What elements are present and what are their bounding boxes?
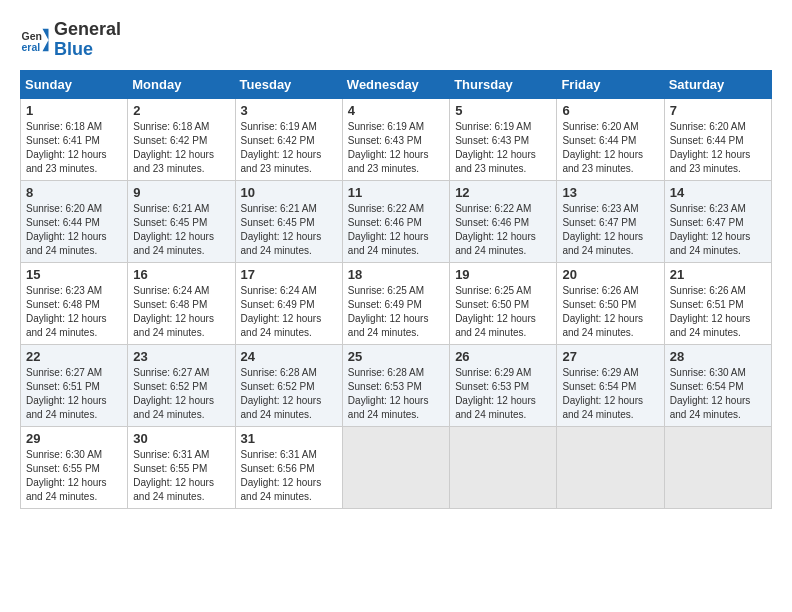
day-info: Sunrise: 6:23 AMSunset: 6:47 PMDaylight:… <box>670 202 766 258</box>
day-number: 4 <box>348 103 444 118</box>
day-info: Sunrise: 6:25 AMSunset: 6:49 PMDaylight:… <box>348 284 444 340</box>
calendar-day-cell: 28Sunrise: 6:30 AMSunset: 6:54 PMDayligh… <box>664 344 771 426</box>
day-number: 12 <box>455 185 551 200</box>
calendar-day-cell: 20Sunrise: 6:26 AMSunset: 6:50 PMDayligh… <box>557 262 664 344</box>
day-number: 9 <box>133 185 229 200</box>
day-number: 11 <box>348 185 444 200</box>
calendar-day-cell: 2Sunrise: 6:18 AMSunset: 6:42 PMDaylight… <box>128 98 235 180</box>
day-info: Sunrise: 6:26 AMSunset: 6:51 PMDaylight:… <box>670 284 766 340</box>
day-number: 19 <box>455 267 551 282</box>
day-number: 23 <box>133 349 229 364</box>
day-number: 28 <box>670 349 766 364</box>
calendar-header-row: SundayMondayTuesdayWednesdayThursdayFrid… <box>21 70 772 98</box>
day-number: 17 <box>241 267 337 282</box>
logo: Gen eral GeneralBlue <box>20 20 121 60</box>
day-number: 20 <box>562 267 658 282</box>
day-info: Sunrise: 6:19 AMSunset: 6:43 PMDaylight:… <box>455 120 551 176</box>
day-of-week-header: Friday <box>557 70 664 98</box>
calendar-day-cell <box>557 426 664 508</box>
calendar-day-cell: 24Sunrise: 6:28 AMSunset: 6:52 PMDayligh… <box>235 344 342 426</box>
day-info: Sunrise: 6:18 AMSunset: 6:41 PMDaylight:… <box>26 120 122 176</box>
calendar-day-cell <box>450 426 557 508</box>
calendar-day-cell: 12Sunrise: 6:22 AMSunset: 6:46 PMDayligh… <box>450 180 557 262</box>
day-info: Sunrise: 6:22 AMSunset: 6:46 PMDaylight:… <box>455 202 551 258</box>
calendar-day-cell: 31Sunrise: 6:31 AMSunset: 6:56 PMDayligh… <box>235 426 342 508</box>
calendar-day-cell: 1Sunrise: 6:18 AMSunset: 6:41 PMDaylight… <box>21 98 128 180</box>
day-number: 14 <box>670 185 766 200</box>
calendar-day-cell: 16Sunrise: 6:24 AMSunset: 6:48 PMDayligh… <box>128 262 235 344</box>
day-number: 31 <box>241 431 337 446</box>
svg-text:eral: eral <box>22 40 41 52</box>
calendar-day-cell: 30Sunrise: 6:31 AMSunset: 6:55 PMDayligh… <box>128 426 235 508</box>
day-info: Sunrise: 6:30 AMSunset: 6:55 PMDaylight:… <box>26 448 122 504</box>
day-info: Sunrise: 6:24 AMSunset: 6:48 PMDaylight:… <box>133 284 229 340</box>
day-number: 7 <box>670 103 766 118</box>
calendar-day-cell: 23Sunrise: 6:27 AMSunset: 6:52 PMDayligh… <box>128 344 235 426</box>
day-info: Sunrise: 6:22 AMSunset: 6:46 PMDaylight:… <box>348 202 444 258</box>
calendar-day-cell: 5Sunrise: 6:19 AMSunset: 6:43 PMDaylight… <box>450 98 557 180</box>
day-info: Sunrise: 6:24 AMSunset: 6:49 PMDaylight:… <box>241 284 337 340</box>
day-info: Sunrise: 6:29 AMSunset: 6:53 PMDaylight:… <box>455 366 551 422</box>
calendar-day-cell: 27Sunrise: 6:29 AMSunset: 6:54 PMDayligh… <box>557 344 664 426</box>
day-info: Sunrise: 6:21 AMSunset: 6:45 PMDaylight:… <box>241 202 337 258</box>
calendar-week-row: 1Sunrise: 6:18 AMSunset: 6:41 PMDaylight… <box>21 98 772 180</box>
day-of-week-header: Thursday <box>450 70 557 98</box>
day-info: Sunrise: 6:27 AMSunset: 6:51 PMDaylight:… <box>26 366 122 422</box>
day-info: Sunrise: 6:23 AMSunset: 6:47 PMDaylight:… <box>562 202 658 258</box>
day-info: Sunrise: 6:31 AMSunset: 6:55 PMDaylight:… <box>133 448 229 504</box>
day-info: Sunrise: 6:28 AMSunset: 6:52 PMDaylight:… <box>241 366 337 422</box>
day-number: 25 <box>348 349 444 364</box>
day-number: 13 <box>562 185 658 200</box>
day-info: Sunrise: 6:21 AMSunset: 6:45 PMDaylight:… <box>133 202 229 258</box>
calendar-day-cell: 15Sunrise: 6:23 AMSunset: 6:48 PMDayligh… <box>21 262 128 344</box>
calendar-day-cell: 3Sunrise: 6:19 AMSunset: 6:42 PMDaylight… <box>235 98 342 180</box>
calendar-day-cell: 11Sunrise: 6:22 AMSunset: 6:46 PMDayligh… <box>342 180 449 262</box>
day-number: 26 <box>455 349 551 364</box>
page-header: Gen eral GeneralBlue <box>20 20 772 60</box>
day-number: 29 <box>26 431 122 446</box>
calendar-day-cell: 25Sunrise: 6:28 AMSunset: 6:53 PMDayligh… <box>342 344 449 426</box>
day-info: Sunrise: 6:25 AMSunset: 6:50 PMDaylight:… <box>455 284 551 340</box>
day-number: 5 <box>455 103 551 118</box>
calendar-week-row: 29Sunrise: 6:30 AMSunset: 6:55 PMDayligh… <box>21 426 772 508</box>
day-number: 30 <box>133 431 229 446</box>
calendar-day-cell: 7Sunrise: 6:20 AMSunset: 6:44 PMDaylight… <box>664 98 771 180</box>
day-info: Sunrise: 6:26 AMSunset: 6:50 PMDaylight:… <box>562 284 658 340</box>
day-number: 15 <box>26 267 122 282</box>
calendar-week-row: 15Sunrise: 6:23 AMSunset: 6:48 PMDayligh… <box>21 262 772 344</box>
logo-text: GeneralBlue <box>54 20 121 60</box>
calendar-day-cell: 14Sunrise: 6:23 AMSunset: 6:47 PMDayligh… <box>664 180 771 262</box>
day-number: 21 <box>670 267 766 282</box>
day-of-week-header: Tuesday <box>235 70 342 98</box>
day-number: 27 <box>562 349 658 364</box>
calendar-day-cell: 21Sunrise: 6:26 AMSunset: 6:51 PMDayligh… <box>664 262 771 344</box>
calendar-day-cell: 19Sunrise: 6:25 AMSunset: 6:50 PMDayligh… <box>450 262 557 344</box>
day-of-week-header: Wednesday <box>342 70 449 98</box>
day-of-week-header: Sunday <box>21 70 128 98</box>
calendar-day-cell: 9Sunrise: 6:21 AMSunset: 6:45 PMDaylight… <box>128 180 235 262</box>
day-info: Sunrise: 6:19 AMSunset: 6:42 PMDaylight:… <box>241 120 337 176</box>
day-info: Sunrise: 6:30 AMSunset: 6:54 PMDaylight:… <box>670 366 766 422</box>
calendar-day-cell: 26Sunrise: 6:29 AMSunset: 6:53 PMDayligh… <box>450 344 557 426</box>
day-of-week-header: Saturday <box>664 70 771 98</box>
day-number: 10 <box>241 185 337 200</box>
day-of-week-header: Monday <box>128 70 235 98</box>
day-info: Sunrise: 6:27 AMSunset: 6:52 PMDaylight:… <box>133 366 229 422</box>
day-number: 3 <box>241 103 337 118</box>
day-number: 24 <box>241 349 337 364</box>
calendar-day-cell: 17Sunrise: 6:24 AMSunset: 6:49 PMDayligh… <box>235 262 342 344</box>
calendar-day-cell <box>342 426 449 508</box>
calendar-day-cell <box>664 426 771 508</box>
day-info: Sunrise: 6:29 AMSunset: 6:54 PMDaylight:… <box>562 366 658 422</box>
calendar-day-cell: 13Sunrise: 6:23 AMSunset: 6:47 PMDayligh… <box>557 180 664 262</box>
calendar-day-cell: 10Sunrise: 6:21 AMSunset: 6:45 PMDayligh… <box>235 180 342 262</box>
day-info: Sunrise: 6:31 AMSunset: 6:56 PMDaylight:… <box>241 448 337 504</box>
day-info: Sunrise: 6:20 AMSunset: 6:44 PMDaylight:… <box>562 120 658 176</box>
day-number: 8 <box>26 185 122 200</box>
day-number: 22 <box>26 349 122 364</box>
day-info: Sunrise: 6:20 AMSunset: 6:44 PMDaylight:… <box>26 202 122 258</box>
day-number: 2 <box>133 103 229 118</box>
calendar-week-row: 8Sunrise: 6:20 AMSunset: 6:44 PMDaylight… <box>21 180 772 262</box>
calendar-day-cell: 29Sunrise: 6:30 AMSunset: 6:55 PMDayligh… <box>21 426 128 508</box>
day-info: Sunrise: 6:19 AMSunset: 6:43 PMDaylight:… <box>348 120 444 176</box>
